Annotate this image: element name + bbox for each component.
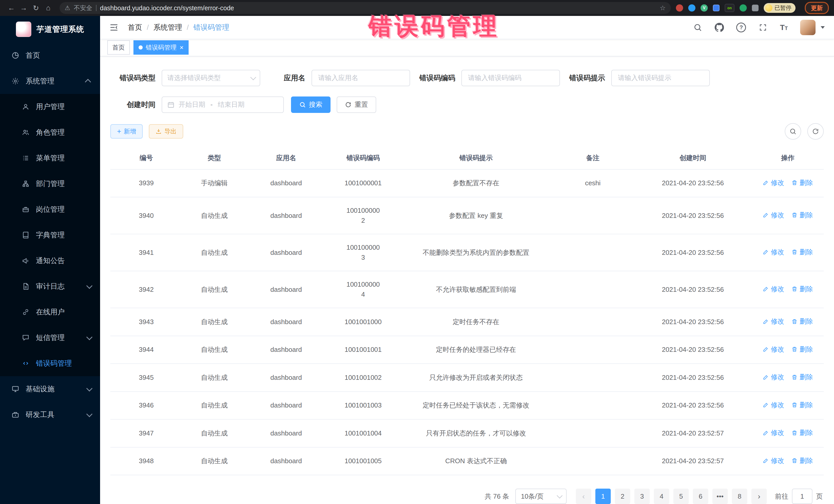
paused-badge[interactable]: 已暂停: [764, 3, 795, 13]
cell-type: 自动生成: [182, 364, 246, 392]
sidebar-item-audit-log[interactable]: 审计日志: [0, 273, 100, 299]
search-icon[interactable]: [693, 23, 702, 32]
sidebar-item-dev-tools[interactable]: 研发工具: [0, 402, 100, 428]
delete-link[interactable]: 删除: [791, 372, 813, 382]
cell-type: 自动生成: [182, 234, 246, 271]
edit-link[interactable]: 修改: [763, 316, 784, 326]
extension-red-icon[interactable]: [676, 4, 683, 12]
breadcrumb-home[interactable]: 首页: [128, 23, 142, 32]
top-navbar: 首页 / 系统管理 / 错误码管理 ? TT: [100, 16, 834, 39]
browser-forward-icon[interactable]: →: [18, 2, 30, 14]
sidebar-item-departments[interactable]: 部门管理: [0, 171, 100, 197]
edit-link[interactable]: 修改: [763, 178, 784, 188]
page-number-button[interactable]: 5: [673, 489, 689, 504]
sidebar-item-notices[interactable]: 通知公告: [0, 248, 100, 273]
update-button[interactable]: 更新: [805, 2, 829, 14]
help-icon[interactable]: ?: [736, 23, 746, 32]
delete-link[interactable]: 删除: [791, 178, 813, 188]
sidebar-item-online-users[interactable]: 在线用户: [0, 299, 100, 325]
close-icon[interactable]: ×: [180, 44, 183, 51]
sidebar-item-infrastructure[interactable]: 基础设施: [0, 376, 100, 402]
fullscreen-icon[interactable]: [758, 23, 768, 32]
show-search-button[interactable]: [785, 123, 801, 139]
sidebar-item-roles[interactable]: 角色管理: [0, 119, 100, 145]
puzzle-icon[interactable]: [752, 5, 759, 11]
edit-link[interactable]: 修改: [763, 210, 784, 220]
browser-chrome: ← → ↻ ⌂ ⚠ 不安全 dashboard.yudao.iocoder.cn…: [0, 0, 834, 16]
avatar-caret-icon[interactable]: [821, 26, 825, 29]
error-type-select[interactable]: 请选择错误码类型: [162, 70, 260, 86]
page-number-button[interactable]: •••: [712, 489, 728, 504]
user-avatar[interactable]: [800, 20, 815, 35]
browser-reload-icon[interactable]: ↻: [30, 2, 42, 14]
prev-page-button[interactable]: ‹: [576, 489, 591, 504]
next-page-button[interactable]: ›: [751, 489, 767, 504]
sidebar-item-error-code[interactable]: 错误码管理: [0, 351, 100, 376]
edit-link[interactable]: 修改: [763, 372, 784, 382]
edit-link-label: 修改: [771, 316, 784, 326]
vue-devtools-icon[interactable]: V: [701, 4, 708, 12]
bookmark-star-icon[interactable]: ☆: [660, 4, 666, 12]
edit-link[interactable]: 修改: [763, 456, 784, 466]
pencil-icon: [763, 180, 769, 186]
refresh-table-button[interactable]: [807, 123, 824, 139]
cell-remark: [552, 197, 634, 234]
cell-code: 1001001003: [326, 392, 400, 420]
page-number-button[interactable]: 8: [732, 489, 747, 504]
edit-link[interactable]: 修改: [763, 428, 784, 438]
sidebar-item-dictionary[interactable]: 字典管理: [0, 222, 100, 248]
page-number-button[interactable]: 4: [654, 489, 669, 504]
goto-page-input[interactable]: [792, 489, 812, 504]
security-label[interactable]: 不安全: [74, 4, 92, 12]
error-code-input[interactable]: [467, 73, 554, 82]
delete-link[interactable]: 删除: [791, 247, 813, 257]
edit-link[interactable]: 修改: [763, 284, 784, 294]
cell-id: 3939: [110, 169, 182, 197]
font-size-icon[interactable]: TT: [780, 23, 788, 32]
browser-home-icon[interactable]: ⌂: [42, 2, 54, 14]
url-text[interactable]: dashboard.yudao.iocoder.cn/system/error-…: [100, 4, 234, 12]
trash-icon: [791, 402, 797, 408]
browser-back-icon[interactable]: ←: [5, 2, 18, 14]
reset-button[interactable]: 重置: [337, 96, 376, 113]
delete-link[interactable]: 删除: [791, 456, 813, 466]
extension-grid-icon[interactable]: [713, 5, 720, 11]
delete-link[interactable]: 删除: [791, 210, 813, 220]
edit-link[interactable]: 修改: [763, 344, 784, 354]
sidebar-item-users[interactable]: 用户管理: [0, 94, 100, 119]
address-bar[interactable]: ⚠ 不安全 dashboard.yudao.iocoder.cn/system/…: [60, 2, 671, 14]
search-button[interactable]: 搜索: [291, 96, 331, 113]
sidebar-item-home[interactable]: 首页: [0, 43, 100, 68]
delete-link[interactable]: 删除: [791, 344, 813, 354]
delete-link[interactable]: 删除: [791, 400, 813, 410]
page-number-button[interactable]: 1: [595, 489, 611, 504]
page-number-button[interactable]: 3: [634, 489, 650, 504]
sidebar-item-system[interactable]: 系统管理: [0, 68, 100, 94]
tab-error-code[interactable]: 错误码管理 ×: [133, 40, 189, 54]
page-number-button[interactable]: 6: [693, 489, 708, 504]
cell-actions: 修改 删除: [752, 336, 824, 364]
edit-link[interactable]: 修改: [763, 247, 784, 257]
page-number-button[interactable]: 2: [615, 489, 630, 504]
app-logo[interactable]: 芋道管理系统: [0, 16, 100, 43]
delete-link[interactable]: 删除: [791, 284, 813, 294]
extension-green-icon[interactable]: [740, 4, 747, 12]
page-size-select[interactable]: 10条/页: [515, 489, 567, 504]
hamburger-icon[interactable]: [109, 22, 119, 32]
delete-link[interactable]: 删除: [791, 428, 813, 438]
extension-blue-icon[interactable]: [688, 4, 696, 12]
sidebar-item-menus[interactable]: 菜单管理: [0, 145, 100, 171]
breadcrumb-system[interactable]: 系统管理: [153, 23, 182, 32]
sidebar-item-sms[interactable]: 短信管理: [0, 325, 100, 351]
github-icon[interactable]: [715, 23, 724, 32]
add-button[interactable]: + 新增: [110, 124, 143, 138]
edit-link[interactable]: 修改: [763, 400, 784, 410]
error-hint-input[interactable]: [617, 73, 704, 82]
tab-home[interactable]: 首页: [107, 40, 130, 54]
delete-link[interactable]: 删除: [791, 316, 813, 326]
extension-on-badge[interactable]: on: [725, 4, 734, 12]
sidebar-item-posts[interactable]: 岗位管理: [0, 197, 100, 222]
export-button[interactable]: 导出: [149, 124, 183, 138]
date-range-picker[interactable]: 开始日期 - 结束日期: [162, 96, 284, 113]
app-name-input[interactable]: [317, 73, 404, 82]
